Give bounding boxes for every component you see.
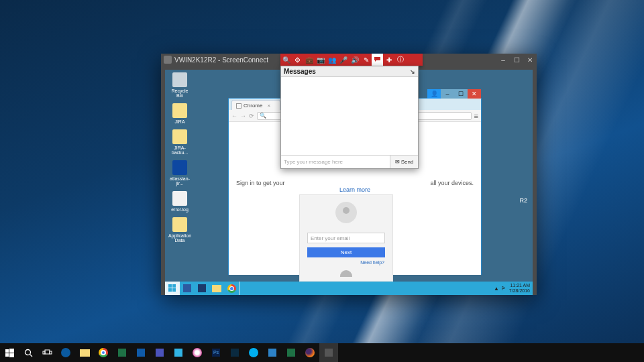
remote-start-button[interactable] — [165, 282, 180, 295]
svg-rect-10 — [45, 350, 50, 354]
screenconnect-title: VWIN2K12R2 - ScreenConnect — [174, 56, 268, 64]
chrome-minimize-button[interactable]: – — [441, 89, 454, 99]
jira-icon — [172, 103, 187, 118]
chat-icon[interactable] — [372, 54, 383, 66]
screenconnect-close-button[interactable]: ✕ — [523, 55, 537, 64]
firefox-icon[interactable] — [301, 343, 319, 362]
remote-version-label: R2 — [519, 197, 527, 204]
lightroom-icon[interactable] — [225, 343, 244, 362]
tray-flag-icon[interactable]: 🏳 — [501, 286, 506, 292]
file-explorer-icon[interactable] — [75, 343, 94, 362]
remote-powershell-icon[interactable] — [195, 282, 209, 295]
send-label: Send — [401, 159, 414, 165]
desktop-icon-label: Application Data — [168, 233, 192, 243]
svg-line-9 — [30, 354, 32, 357]
chrome-icon[interactable] — [94, 343, 113, 362]
messages-panel: Messages ↘ Type your message here ✉ Send — [280, 66, 419, 169]
svg-rect-1 — [172, 284, 176, 288]
signin-card: Enter your email Next Need help? — [299, 194, 393, 282]
desktop-icon-application-data[interactable]: Application Data — [168, 217, 192, 243]
svg-rect-0 — [168, 284, 172, 288]
jira-backup-icon — [172, 129, 187, 144]
page-icon — [236, 103, 241, 109]
messages-header[interactable]: Messages ↘ — [281, 66, 418, 77]
svg-rect-12 — [50, 351, 52, 354]
chrome-tab-close-icon[interactable]: × — [267, 103, 270, 109]
signin-prompt: Sign in to get your bookmarks, history, … — [229, 180, 481, 193]
svg-rect-3 — [172, 288, 176, 292]
screenconnect-taskbar-icon[interactable] — [319, 343, 338, 362]
task-view-icon[interactable] — [38, 343, 56, 362]
remote-date: 7/28/2016 — [509, 288, 530, 294]
excel2-icon[interactable] — [282, 343, 301, 362]
camera-icon[interactable]: 📷 — [315, 54, 326, 66]
desktop-icon-label: atlassian-jir... — [168, 176, 192, 186]
screenconnect-maximize-button[interactable]: ☐ — [510, 55, 523, 64]
desktop-icon-error-log[interactable]: error.log — [168, 191, 192, 212]
chrome-menu-button[interactable]: ≡ — [474, 112, 478, 120]
outlook-icon[interactable] — [131, 343, 150, 362]
edge-icon[interactable] — [56, 343, 75, 362]
info-icon[interactable]: ⓘ — [394, 54, 406, 66]
learn-more-link[interactable]: Learn more — [339, 186, 370, 193]
plus-icon[interactable]: ✚ — [383, 54, 394, 66]
chrome-tab[interactable]: Chrome × — [231, 100, 280, 110]
remote-time: 11:21 AM — [509, 283, 530, 288]
sound-icon[interactable]: 🔊 — [349, 54, 360, 66]
lync-icon[interactable] — [263, 343, 282, 362]
message-input[interactable]: Type your message here — [281, 156, 390, 168]
mic-icon[interactable]: 🎤 — [337, 54, 349, 66]
remote-chrome-icon[interactable] — [224, 282, 239, 295]
screenconnect-minimize-button[interactable]: – — [496, 55, 510, 64]
gear-icon[interactable]: ⚙ — [292, 54, 303, 66]
skype-icon[interactable] — [244, 343, 263, 362]
chrome-maximize-button[interactable]: ☐ — [454, 89, 468, 99]
search-icon[interactable]: 🔍 — [280, 54, 292, 66]
chrome-back-button[interactable]: ← — [231, 113, 237, 119]
screenconnect-app-icon — [164, 56, 172, 64]
email-field[interactable]: Enter your email — [307, 233, 385, 243]
svg-point-8 — [25, 349, 30, 355]
application-data-icon — [172, 217, 187, 232]
avatar-icon — [335, 202, 357, 223]
chrome-close-button[interactable]: ✕ — [468, 89, 481, 99]
remote-tray[interactable]: ▲ 🏳 — [494, 286, 509, 292]
tray-up-icon[interactable]: ▲ — [494, 286, 499, 292]
popout-icon[interactable]: ↘ — [410, 68, 415, 75]
next-button[interactable]: Next — [307, 247, 385, 257]
photoshop-icon[interactable]: Ps — [207, 343, 225, 362]
remote-explorer-icon[interactable] — [209, 282, 224, 295]
need-help-link[interactable]: Need help? — [360, 260, 384, 265]
teams-icon[interactable] — [150, 343, 169, 362]
desktop-icon-jira-backup[interactable]: JIRA-backu... — [168, 129, 192, 155]
pencil-icon[interactable]: ✎ — [360, 54, 372, 66]
excel-icon[interactable] — [113, 343, 131, 362]
remote-desktop-icons: Recycle BinJIRAJIRA-backu...atlassian-ji… — [168, 72, 192, 248]
cortana-search-icon[interactable] — [19, 343, 38, 362]
svg-rect-11 — [43, 351, 45, 354]
remote-taskbar: ▲ 🏳 11:21 AM 7/28/2016 — [165, 282, 533, 295]
notepad-icon[interactable] — [169, 343, 188, 362]
host-taskbar: Ps — [0, 343, 644, 362]
chrome-reload-button[interactable]: ⟳ — [249, 113, 254, 119]
desktop-icon-jira[interactable]: JIRA — [168, 103, 192, 124]
chrome-user-button[interactable]: 👤 — [427, 89, 441, 99]
desktop-icon-atlassian-jira[interactable]: atlassian-jir... — [168, 160, 192, 186]
start-button[interactable] — [0, 343, 19, 362]
itunes-icon[interactable] — [188, 343, 207, 362]
desktop-icon-label: Recycle Bin — [168, 88, 192, 98]
recycle-bin-icon — [172, 72, 187, 87]
host-desktop: 🔍 ⚙ 💼 📷 👥 🎤 🔊 ✎ ✚ ⓘ VWIN2K12R2 - ScreenC… — [0, 0, 644, 362]
briefcase-icon[interactable]: 💼 — [303, 54, 315, 66]
send-button[interactable]: ✉ Send — [390, 156, 418, 168]
error-log-icon — [172, 191, 187, 206]
messages-title: Messages — [284, 68, 316, 75]
svg-rect-4 — [5, 349, 9, 353]
svg-rect-5 — [9, 349, 14, 353]
desktop-icon-recycle-bin[interactable]: Recycle Bin — [168, 72, 192, 98]
remote-clock[interactable]: 11:21 AM 7/28/2016 — [509, 283, 533, 294]
people-icon[interactable]: 👥 — [326, 54, 337, 66]
remote-server-manager-icon[interactable] — [180, 282, 195, 295]
svg-rect-2 — [168, 288, 172, 292]
chrome-forward-button[interactable]: → — [240, 113, 246, 119]
